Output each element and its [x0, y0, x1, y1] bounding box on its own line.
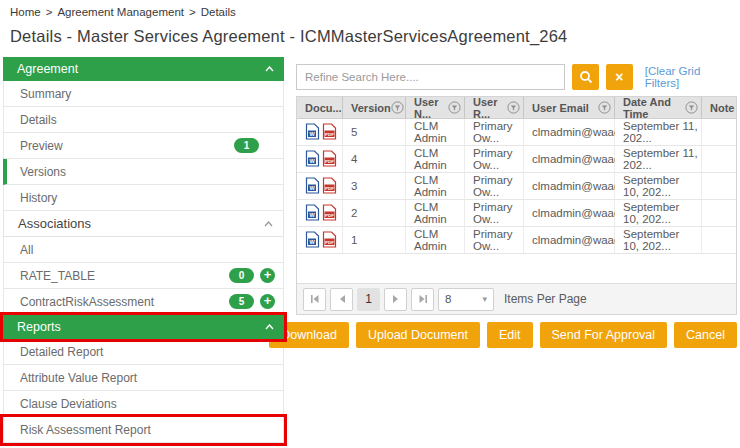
sidebar-item-summary[interactable]: Summary	[3, 81, 284, 107]
section-header-reports[interactable]: Reports	[3, 315, 284, 339]
pdf-doc-icon[interactable]: PDF	[322, 231, 337, 250]
sidebar-item-history[interactable]: History	[3, 185, 284, 211]
clear-search-button[interactable]: ×	[606, 64, 633, 90]
note-cell	[702, 173, 736, 200]
search-input[interactable]	[296, 64, 565, 90]
sidebar-item-label: RATE_TABLE	[20, 269, 95, 283]
column-header-user-name[interactable]: User N...	[406, 97, 465, 118]
note-cell	[702, 200, 736, 227]
svg-text:W: W	[309, 184, 315, 190]
column-header-note[interactable]: Note	[702, 97, 737, 118]
user-email-cell: clmadmin@waadic...	[524, 173, 615, 200]
upload-document-button[interactable]: Upload Document	[356, 322, 480, 348]
column-header-version[interactable]: Version	[343, 97, 406, 118]
sidebar-item-rate-table[interactable]: RATE_TABLE 0 +	[3, 263, 284, 289]
pdf-doc-icon[interactable]: PDF	[322, 177, 337, 196]
current-page-button[interactable]: 1	[357, 288, 380, 311]
send-for-approval-button[interactable]: Send For Approval	[540, 322, 668, 348]
table-row[interactable]: W PDF 1 CLM Admin Primary Ow... clmadmin…	[297, 227, 736, 254]
pdf-doc-icon[interactable]: PDF	[322, 204, 337, 223]
word-doc-icon[interactable]: W	[305, 204, 320, 223]
pdf-doc-icon[interactable]: PDF	[322, 123, 337, 142]
breadcrumb-agreement-management[interactable]: Agreement Management	[57, 6, 184, 18]
sidebar-item-risk-assessment-report[interactable]: Risk Assessment Report	[3, 417, 284, 443]
pager: 1 8 ▾ Items Per Page	[297, 283, 736, 314]
arrow-right-icon	[392, 294, 400, 304]
last-page-button[interactable]	[411, 288, 434, 311]
breadcrumb-details[interactable]: Details	[201, 6, 236, 18]
sidebar-item-label: Details	[20, 113, 57, 127]
previous-page-button[interactable]	[330, 288, 353, 311]
search-row: × [Clear Grid Filters]	[296, 63, 737, 90]
column-label: Docu...	[305, 102, 342, 114]
versions-grid: Docu... Version User N... User R... User…	[296, 96, 737, 315]
page-size-select[interactable]: 8 ▾	[438, 288, 494, 311]
edit-button[interactable]: Edit	[487, 322, 533, 348]
user-name-cell: CLM Admin	[406, 227, 465, 254]
filter-icon[interactable]	[448, 101, 461, 114]
user-name-cell: CLM Admin	[406, 173, 465, 200]
version-cell: 1	[343, 227, 406, 254]
sidebar-item-clause-deviations[interactable]: Clause Deviations	[3, 391, 284, 417]
table-row[interactable]: W PDF 5 CLM Admin Primary Ow... clmadmin…	[297, 119, 736, 146]
sidebar-item-label: Risk Assessment Report	[20, 423, 151, 437]
filter-icon[interactable]	[507, 101, 520, 114]
next-page-button[interactable]	[384, 288, 407, 311]
search-button[interactable]	[572, 64, 599, 90]
clear-grid-filters-link[interactable]: [Clear Grid Filters]	[645, 65, 737, 89]
column-header-user-role[interactable]: User R...	[465, 97, 524, 118]
word-doc-icon[interactable]: W	[305, 123, 320, 142]
filter-icon[interactable]	[685, 101, 698, 114]
sidebar-item-versions[interactable]: Versions	[3, 159, 284, 185]
chevron-up-icon	[265, 324, 274, 330]
breadcrumb: Home>Agreement Management>Details	[10, 6, 236, 18]
filter-icon[interactable]	[598, 101, 611, 114]
section-header-label: Reports	[17, 320, 61, 334]
sidebar-item-preview[interactable]: Preview 1	[3, 133, 284, 159]
pdf-doc-icon[interactable]: PDF	[322, 150, 337, 169]
table-row[interactable]: W PDF 3 CLM Admin Primary Ow... clmadmin…	[297, 173, 736, 200]
column-header-document[interactable]: Docu...	[297, 97, 343, 118]
table-row[interactable]: W PDF 4 CLM Admin Primary Ow... clmadmin…	[297, 146, 736, 173]
sidebar-item-label: Clause Deviations	[20, 397, 117, 411]
user-email-cell: clmadmin@waadic...	[524, 200, 615, 227]
grid-header-row: Docu... Version User N... User R... User…	[297, 97, 736, 119]
first-page-button[interactable]	[303, 288, 326, 311]
sidebar-item-label: ContractRiskAssessment	[20, 295, 154, 309]
word-doc-icon[interactable]: W	[305, 231, 320, 250]
filter-icon[interactable]	[391, 101, 404, 114]
word-doc-icon[interactable]: W	[305, 150, 320, 169]
table-row[interactable]: W PDF 2 CLM Admin Primary Ow... clmadmin…	[297, 200, 736, 227]
user-name-cell: CLM Admin	[406, 146, 465, 173]
sidebar-item-details[interactable]: Details	[3, 107, 284, 133]
sidebar-item-attribute-value-report[interactable]: Attribute Value Report	[3, 365, 284, 391]
section-header-associations[interactable]: Associations	[3, 211, 284, 237]
sidebar-item-label: Summary	[20, 87, 71, 101]
user-email-cell: clmadmin@waadic...	[524, 146, 615, 173]
column-label: Date And Time	[623, 96, 685, 120]
sidebar-item-detailed-report[interactable]: Detailed Report	[3, 339, 284, 365]
user-name-cell: CLM Admin	[406, 200, 465, 227]
action-buttons: Download Upload Document Edit Send For A…	[296, 322, 737, 348]
sidebar-item-contract-risk-assessment[interactable]: ContractRiskAssessment 5 +	[3, 289, 284, 315]
cancel-button[interactable]: Cancel	[674, 322, 737, 348]
sidebar-item-all[interactable]: All	[3, 237, 284, 263]
column-header-user-email[interactable]: User Email	[524, 97, 615, 118]
user-role-cell: Primary Ow...	[465, 227, 524, 254]
version-cell: 3	[343, 173, 406, 200]
add-association-button[interactable]: +	[260, 294, 275, 309]
version-cell: 4	[343, 146, 406, 173]
column-label: User R...	[473, 96, 507, 120]
sidebar-item-label: Detailed Report	[20, 345, 103, 359]
section-header-agreement[interactable]: Agreement	[3, 57, 284, 81]
date-time-cell: September 11, 202...	[615, 119, 702, 146]
column-header-date-and-time[interactable]: Date And Time	[615, 97, 702, 118]
chevron-down-icon: ▾	[482, 294, 487, 304]
svg-text:W: W	[309, 130, 315, 136]
word-doc-icon[interactable]: W	[305, 177, 320, 196]
seek-first-icon	[310, 294, 320, 304]
svg-text:W: W	[309, 238, 315, 244]
add-association-button[interactable]: +	[260, 268, 275, 283]
column-label: User Email	[532, 102, 589, 114]
breadcrumb-home[interactable]: Home	[10, 6, 41, 18]
